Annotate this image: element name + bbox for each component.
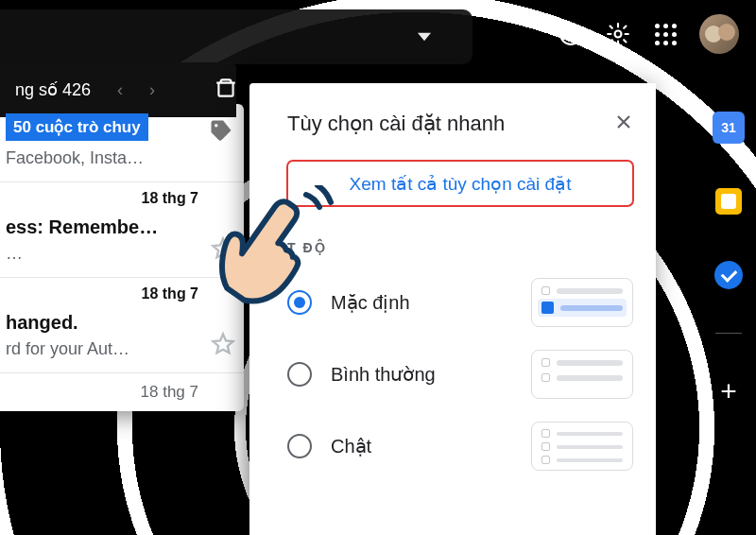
- help-icon[interactable]: [558, 21, 584, 47]
- pointing-hand-annotation: [204, 185, 336, 331]
- svg-point-2: [615, 31, 622, 38]
- inbox-row-date: 18 thg 7: [0, 373, 244, 406]
- archive-icon[interactable]: [214, 76, 238, 105]
- star-icon[interactable]: [210, 331, 236, 361]
- inbox-row-subtitle: rd for your Aut…: [6, 339, 129, 359]
- rail-divider: [715, 333, 742, 334]
- add-addon-button[interactable]: +: [713, 375, 745, 407]
- side-panel-rail: 31 +: [713, 112, 745, 407]
- see-all-settings-button[interactable]: Xem tất cả tùy chọn cài đặt: [287, 161, 633, 206]
- density-option-default[interactable]: Mặc định: [287, 278, 633, 327]
- tasks-icon[interactable]: [713, 259, 745, 291]
- inbox-row-date: 18 thg 7: [142, 190, 198, 207]
- keep-icon[interactable]: [713, 185, 745, 217]
- close-icon[interactable]: [614, 112, 633, 135]
- density-label: Chật: [331, 435, 371, 457]
- gear-icon[interactable]: [605, 21, 631, 47]
- user-avatar[interactable]: [699, 14, 739, 54]
- prev-page-button[interactable]: ‹: [117, 80, 123, 100]
- calendar-icon[interactable]: 31: [713, 112, 745, 144]
- density-label: Mặc định: [331, 291, 410, 314]
- apps-grid-icon[interactable]: [652, 21, 679, 47]
- inbox-row-date: 18 thg 7: [142, 285, 198, 302]
- density-preview-compact[interactable]: [531, 422, 633, 471]
- density-preview-comfortable[interactable]: [531, 350, 633, 399]
- density-label: Bình thường: [331, 363, 436, 386]
- pagination-label: ng số 426: [15, 79, 91, 100]
- inbox-row-subtitle: …: [6, 244, 23, 264]
- inbox-row-subtitle: Facebook, Insta…: [6, 148, 229, 168]
- next-page-button[interactable]: ›: [149, 80, 155, 100]
- radio-icon[interactable]: [287, 434, 312, 458]
- inbox-row[interactable]: 50 cuộc trò chuy Facebook, Insta…: [0, 104, 244, 182]
- inbox-row-title: ess: Remembe…: [6, 216, 229, 238]
- conversation-chip: 50 cuộc trò chuy: [6, 113, 148, 141]
- header-bar: [0, 0, 756, 68]
- radio-icon[interactable]: [287, 362, 312, 387]
- density-preview-default[interactable]: [531, 278, 633, 327]
- panel-title: Tùy chọn cài đặt nhanh: [287, 112, 505, 136]
- density-option-comfortable[interactable]: Bình thường: [287, 350, 633, 399]
- svg-point-3: [215, 124, 218, 128]
- density-section-label: T ĐỘ: [287, 240, 633, 255]
- svg-point-1: [570, 39, 571, 40]
- label-icon[interactable]: [208, 117, 234, 147]
- inbox-row-title: hanged.: [6, 312, 229, 334]
- density-option-compact[interactable]: Chật: [287, 422, 633, 471]
